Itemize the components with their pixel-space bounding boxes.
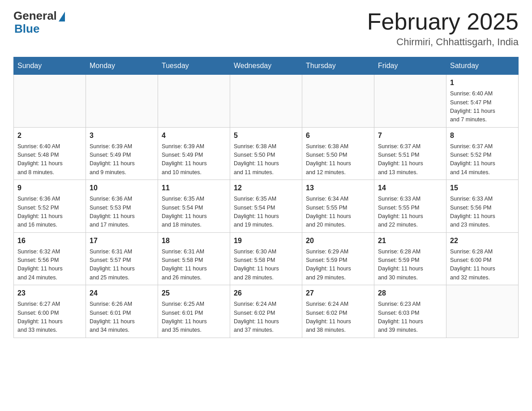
day-info: Sunrise: 6:33 AM Sunset: 5:55 PM Dayligh… <box>378 195 442 230</box>
logo-general-text: General <box>13 9 57 23</box>
day-number: 27 <box>306 288 370 299</box>
day-number: 23 <box>17 288 82 299</box>
day-info: Sunrise: 6:39 AM Sunset: 5:49 PM Dayligh… <box>162 142 226 177</box>
calendar-cell <box>158 75 230 128</box>
day-info: Sunrise: 6:23 AM Sunset: 6:03 PM Dayligh… <box>378 300 442 335</box>
day-info: Sunrise: 6:31 AM Sunset: 5:57 PM Dayligh… <box>90 248 154 283</box>
week-row: 23Sunrise: 6:27 AM Sunset: 6:00 PM Dayli… <box>14 285 519 338</box>
calendar-cell: 21Sunrise: 6:28 AM Sunset: 5:59 PM Dayli… <box>374 232 446 285</box>
day-info: Sunrise: 6:38 AM Sunset: 5:50 PM Dayligh… <box>234 142 298 177</box>
calendar-cell: 13Sunrise: 6:34 AM Sunset: 5:55 PM Dayli… <box>302 180 374 233</box>
day-of-week-header: Monday <box>86 57 158 75</box>
month-title: February 2025 <box>367 9 519 34</box>
day-info: Sunrise: 6:34 AM Sunset: 5:55 PM Dayligh… <box>306 195 370 230</box>
day-number: 9 <box>17 183 82 193</box>
calendar-cell: 14Sunrise: 6:33 AM Sunset: 5:55 PM Dayli… <box>374 180 446 233</box>
day-number: 3 <box>90 130 154 141</box>
day-of-week-header: Wednesday <box>230 57 302 75</box>
day-number: 4 <box>162 130 226 141</box>
day-info: Sunrise: 6:35 AM Sunset: 5:54 PM Dayligh… <box>162 195 226 230</box>
calendar-cell <box>302 75 374 128</box>
day-number: 13 <box>306 183 370 193</box>
day-number: 14 <box>378 183 442 193</box>
day-info: Sunrise: 6:26 AM Sunset: 6:01 PM Dayligh… <box>90 300 154 335</box>
page-header: General Blue February 2025 Chirmiri, Chh… <box>13 9 519 48</box>
day-number: 7 <box>378 130 442 141</box>
day-number: 12 <box>234 183 298 193</box>
calendar-cell <box>446 285 519 338</box>
calendar-cell: 3Sunrise: 6:39 AM Sunset: 5:49 PM Daylig… <box>86 127 158 180</box>
day-info: Sunrise: 6:27 AM Sunset: 6:00 PM Dayligh… <box>17 300 82 335</box>
day-info: Sunrise: 6:25 AM Sunset: 6:01 PM Dayligh… <box>162 300 226 335</box>
calendar-cell: 15Sunrise: 6:33 AM Sunset: 5:56 PM Dayli… <box>446 180 519 233</box>
calendar-cell <box>230 75 302 128</box>
day-info: Sunrise: 6:24 AM Sunset: 6:02 PM Dayligh… <box>306 300 370 335</box>
day-number: 5 <box>234 130 298 141</box>
calendar-cell: 25Sunrise: 6:25 AM Sunset: 6:01 PM Dayli… <box>158 285 230 338</box>
day-info: Sunrise: 6:37 AM Sunset: 5:51 PM Dayligh… <box>378 142 442 177</box>
week-row: 16Sunrise: 6:32 AM Sunset: 5:56 PM Dayli… <box>14 232 519 285</box>
calendar-cell <box>374 75 446 128</box>
day-number: 15 <box>450 183 515 193</box>
calendar-cell: 26Sunrise: 6:24 AM Sunset: 6:02 PM Dayli… <box>230 285 302 338</box>
day-number: 1 <box>450 77 515 88</box>
title-section: February 2025 Chirmiri, Chhattisgarh, In… <box>367 9 519 48</box>
day-number: 17 <box>90 235 154 246</box>
calendar-cell: 10Sunrise: 6:36 AM Sunset: 5:53 PM Dayli… <box>86 180 158 233</box>
calendar-cell: 18Sunrise: 6:31 AM Sunset: 5:58 PM Dayli… <box>158 232 230 285</box>
calendar-cell: 9Sunrise: 6:36 AM Sunset: 5:52 PM Daylig… <box>14 180 86 233</box>
day-of-week-header: Sunday <box>14 57 86 75</box>
day-of-week-header: Friday <box>374 57 446 75</box>
calendar-cell: 7Sunrise: 6:37 AM Sunset: 5:51 PM Daylig… <box>374 127 446 180</box>
logo: General Blue <box>13 9 65 36</box>
calendar-cell: 1Sunrise: 6:40 AM Sunset: 5:47 PM Daylig… <box>446 75 519 128</box>
day-number: 28 <box>378 288 442 299</box>
calendar-cell: 20Sunrise: 6:29 AM Sunset: 5:59 PM Dayli… <box>302 232 374 285</box>
day-info: Sunrise: 6:39 AM Sunset: 5:49 PM Dayligh… <box>90 142 154 177</box>
calendar-table: SundayMondayTuesdayWednesdayThursdayFrid… <box>13 57 519 338</box>
day-info: Sunrise: 6:36 AM Sunset: 5:53 PM Dayligh… <box>90 195 154 230</box>
calendar-header-row: SundayMondayTuesdayWednesdayThursdayFrid… <box>14 57 519 75</box>
calendar-cell: 2Sunrise: 6:40 AM Sunset: 5:48 PM Daylig… <box>14 127 86 180</box>
day-number: 6 <box>306 130 370 141</box>
calendar-cell: 27Sunrise: 6:24 AM Sunset: 6:02 PM Dayli… <box>302 285 374 338</box>
day-info: Sunrise: 6:32 AM Sunset: 5:56 PM Dayligh… <box>17 248 82 283</box>
day-info: Sunrise: 6:35 AM Sunset: 5:54 PM Dayligh… <box>234 195 298 230</box>
calendar-cell: 28Sunrise: 6:23 AM Sunset: 6:03 PM Dayli… <box>374 285 446 338</box>
week-row: 9Sunrise: 6:36 AM Sunset: 5:52 PM Daylig… <box>14 180 519 233</box>
day-number: 16 <box>17 235 82 246</box>
day-of-week-header: Tuesday <box>158 57 230 75</box>
day-info: Sunrise: 6:28 AM Sunset: 5:59 PM Dayligh… <box>378 248 442 283</box>
calendar-cell: 6Sunrise: 6:38 AM Sunset: 5:50 PM Daylig… <box>302 127 374 180</box>
day-info: Sunrise: 6:40 AM Sunset: 5:48 PM Dayligh… <box>17 142 82 177</box>
day-number: 22 <box>450 235 515 246</box>
day-number: 20 <box>306 235 370 246</box>
day-info: Sunrise: 6:40 AM Sunset: 5:47 PM Dayligh… <box>450 90 515 124</box>
calendar-cell: 8Sunrise: 6:37 AM Sunset: 5:52 PM Daylig… <box>446 127 519 180</box>
calendar-cell: 12Sunrise: 6:35 AM Sunset: 5:54 PM Dayli… <box>230 180 302 233</box>
calendar-cell: 23Sunrise: 6:27 AM Sunset: 6:00 PM Dayli… <box>14 285 86 338</box>
day-info: Sunrise: 6:28 AM Sunset: 6:00 PM Dayligh… <box>450 248 515 283</box>
day-info: Sunrise: 6:36 AM Sunset: 5:52 PM Dayligh… <box>17 195 82 230</box>
day-number: 18 <box>162 235 226 246</box>
calendar-cell <box>14 75 86 128</box>
day-info: Sunrise: 6:37 AM Sunset: 5:52 PM Dayligh… <box>450 142 515 177</box>
day-number: 10 <box>90 183 154 193</box>
logo-triangle-icon <box>59 12 65 21</box>
logo-blue-text: Blue <box>13 22 39 36</box>
week-row: 2Sunrise: 6:40 AM Sunset: 5:48 PM Daylig… <box>14 127 519 180</box>
calendar-cell <box>86 75 158 128</box>
calendar-cell: 11Sunrise: 6:35 AM Sunset: 5:54 PM Dayli… <box>158 180 230 233</box>
day-info: Sunrise: 6:29 AM Sunset: 5:59 PM Dayligh… <box>306 248 370 283</box>
day-number: 19 <box>234 235 298 246</box>
day-number: 24 <box>90 288 154 299</box>
day-info: Sunrise: 6:33 AM Sunset: 5:56 PM Dayligh… <box>450 195 515 230</box>
calendar-cell: 22Sunrise: 6:28 AM Sunset: 6:00 PM Dayli… <box>446 232 519 285</box>
day-number: 25 <box>162 288 226 299</box>
day-info: Sunrise: 6:24 AM Sunset: 6:02 PM Dayligh… <box>234 300 298 335</box>
day-number: 26 <box>234 288 298 299</box>
day-of-week-header: Saturday <box>446 57 519 75</box>
calendar-cell: 17Sunrise: 6:31 AM Sunset: 5:57 PM Dayli… <box>86 232 158 285</box>
day-info: Sunrise: 6:31 AM Sunset: 5:58 PM Dayligh… <box>162 248 226 283</box>
day-number: 8 <box>450 130 515 141</box>
